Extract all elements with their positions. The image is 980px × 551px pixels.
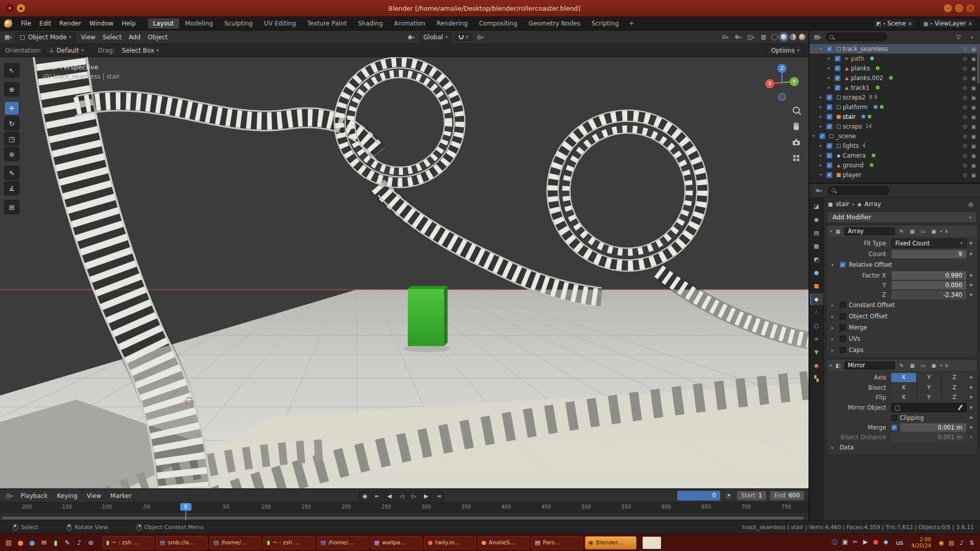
annotate-tool[interactable]: ✎: [4, 166, 19, 180]
volume-icon[interactable]: ♪: [957, 539, 967, 546]
bisect-toggle-button[interactable]: Y: [917, 383, 942, 392]
eye-icon[interactable]: [961, 55, 969, 62]
modifier-name-field[interactable]: Mirror: [844, 361, 895, 370]
timeline-frame-label[interactable]: -150: [60, 504, 72, 510]
render-camera-icon[interactable]: [969, 162, 978, 169]
object-tab[interactable]: ■: [810, 280, 823, 292]
array-modifier-header[interactable]: ▾ ▦ Array ✎ ▦ ▭ ▣ ▾ ×: [827, 226, 977, 238]
workspace-tab[interactable]: Animation: [389, 18, 430, 29]
extras-menu-icon[interactable]: ▾: [940, 229, 942, 234]
outliner-row[interactable]: ▸ lights 4: [810, 141, 980, 151]
orientation-setting-dropdown[interactable]: ⊥ Default ▾: [45, 45, 88, 56]
expand-arrow-icon[interactable]: ▸: [828, 66, 835, 70]
section-checkbox[interactable]: [840, 324, 846, 331]
flip-toggle-button[interactable]: Y: [917, 393, 942, 402]
mode-dropdown[interactable]: □ Object Mode ▾: [15, 32, 76, 42]
media-tray-icon[interactable]: ▶: [861, 538, 871, 547]
collection-checkbox[interactable]: [826, 114, 832, 120]
proportional-edit-icon[interactable]: ◎▾: [475, 34, 485, 40]
collection-checkbox[interactable]: [835, 85, 841, 91]
snap-dropdown[interactable]: ▾: [455, 33, 472, 41]
workspace-tab[interactable]: Modeling: [180, 18, 218, 29]
jump-to-start-button[interactable]: ⇤: [372, 491, 383, 501]
eye-icon[interactable]: [961, 74, 969, 82]
timeline-menu[interactable]: Keying: [53, 492, 82, 499]
outliner-item-label[interactable]: scraps2: [843, 94, 866, 101]
blender-logo-icon[interactable]: [4, 19, 13, 28]
eye-icon[interactable]: [961, 171, 969, 179]
scale-tool[interactable]: ◳: [4, 132, 19, 146]
eye-icon[interactable]: [961, 94, 969, 101]
drag-setting-dropdown[interactable]: Select Box ▾: [118, 45, 163, 56]
animate-dot[interactable]: [967, 386, 975, 389]
collapse-arrow-icon[interactable]: ▾: [830, 363, 832, 368]
pan-hand-icon[interactable]: [794, 122, 799, 130]
delete-modifier-icon[interactable]: ×: [944, 229, 948, 234]
outliner-row[interactable]: ▸ scraps 14: [810, 121, 980, 131]
collection-checkbox[interactable]: [826, 172, 832, 178]
constraints-tab[interactable]: ∞: [810, 333, 823, 345]
render-toggle-icon[interactable]: ▣: [929, 363, 938, 368]
mail-icon[interactable]: ✉: [38, 537, 50, 549]
render-camera-icon[interactable]: [969, 133, 978, 140]
outliner-item-label[interactable]: planks: [851, 65, 870, 72]
section-checkbox[interactable]: [840, 313, 846, 319]
viewport-menu[interactable]: Object: [144, 34, 171, 41]
output-tab[interactable]: ▤: [810, 227, 823, 239]
viewport-menu[interactable]: Select: [99, 34, 125, 41]
relative-offset-checkbox[interactable]: [840, 262, 846, 268]
add-cube-tool[interactable]: ⊞: [4, 200, 19, 214]
taskbar-window-button[interactable]: ▮ ~ : zsh ...: [103, 536, 154, 549]
outliner-row[interactable]: ▸ stair: [810, 112, 980, 121]
material-tab[interactable]: ◉: [810, 360, 823, 371]
extras-menu-icon[interactable]: ▾: [940, 363, 942, 368]
collection-checkbox[interactable]: [826, 153, 832, 159]
timeline-frame-label[interactable]: 500: [581, 504, 591, 510]
timeline-frame-label[interactable]: 150: [301, 504, 311, 510]
section-checkbox[interactable]: [840, 347, 846, 353]
close-icon[interactable]: ×: [966, 4, 974, 12]
tool-tab[interactable]: ◪: [810, 201, 823, 212]
collection-checkbox[interactable]: [835, 75, 841, 81]
menubar-menu[interactable]: Render: [55, 20, 85, 27]
eye-icon[interactable]: [961, 113, 969, 120]
outliner-search-input[interactable]: [826, 33, 887, 41]
timeline-frame-label[interactable]: 300: [421, 504, 431, 510]
edit-mode-toggle-icon[interactable]: ✎: [897, 363, 906, 368]
outliner-item-label[interactable]: track_seamless: [843, 45, 888, 53]
expand-arrow-icon[interactable]: ▸: [828, 85, 835, 90]
filter-icon[interactable]: ▽: [953, 34, 964, 40]
workspace-tab[interactable]: Compositing: [474, 18, 522, 29]
animate-dot[interactable]: [967, 376, 975, 379]
workspace-tab[interactable]: Rendering: [431, 18, 473, 29]
timeline-scrollbar[interactable]: [2, 517, 803, 519]
expand-arrow-icon[interactable]: ▸: [820, 153, 826, 158]
measure-tool[interactable]: ∡: [4, 181, 19, 195]
play-button[interactable]: ▷: [408, 491, 420, 501]
tray-widget[interactable]: [643, 537, 661, 549]
cursor-tool[interactable]: ⊕: [4, 82, 19, 96]
animate-dot[interactable]: [967, 293, 975, 296]
cage-toggle-icon[interactable]: ▦: [908, 363, 917, 368]
expand-arrow-icon[interactable]: ▸: [820, 163, 826, 167]
texture-tab[interactable]: ▚: [810, 373, 823, 385]
outliner-item-label[interactable]: planks.002: [851, 74, 883, 82]
transform-pivot-icon[interactable]: ◉▾: [406, 34, 416, 40]
outliner-row[interactable]: ▾ _scene: [810, 131, 980, 141]
count-field[interactable]: 9: [891, 249, 967, 259]
window-menu-icon[interactable]: ▾: [6, 4, 14, 12]
menubar-menu[interactable]: File: [17, 20, 35, 27]
timeline-frame-label[interactable]: 700: [742, 504, 751, 510]
modifier-subsection[interactable]: ▸ Caps: [827, 344, 977, 356]
factor-y-field[interactable]: 0.000: [891, 281, 967, 290]
outliner-row[interactable]: ▸ planks: [810, 63, 980, 73]
outliner-options-icon[interactable]: ▾: [967, 34, 977, 40]
factor-z-field[interactable]: -2.340: [891, 290, 967, 299]
collection-checkbox[interactable]: [819, 133, 825, 139]
outliner-item-label[interactable]: path: [851, 55, 864, 62]
viewlayer-tab[interactable]: ▦: [810, 240, 823, 252]
taskbar-window-button[interactable]: ● twily.in...: [424, 536, 476, 549]
3d-viewport[interactable]: User Perspective (0) track_seamless | st…: [0, 57, 808, 489]
taskbar-window-button[interactable]: ▤ smb://a...: [156, 536, 208, 549]
expand-arrow-icon[interactable]: ▸: [820, 114, 826, 119]
